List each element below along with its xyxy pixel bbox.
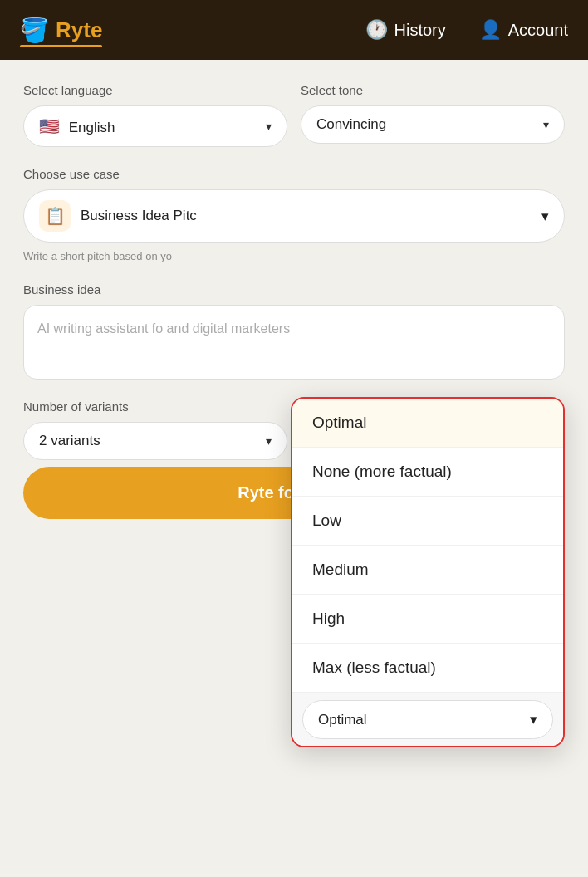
- tone-chevron-icon: ▾: [543, 118, 549, 131]
- business-idea-input[interactable]: AI writing assistant fo and digital mark…: [23, 305, 565, 380]
- tone-label: Select tone: [301, 83, 565, 97]
- use-case-icon: 📋: [39, 200, 71, 232]
- business-idea-placeholder: AI writing assistant fo and digital mark…: [37, 321, 290, 336]
- header-nav: 🕐 History 👤 Account: [365, 19, 569, 41]
- business-idea-section: Business idea AI writing assistant fo an…: [23, 282, 565, 380]
- account-icon: 👤: [479, 19, 502, 41]
- creativity-chevron-icon: ▾: [530, 711, 537, 728]
- variants-chevron-icon: ▾: [266, 434, 272, 448]
- dropdown-item-medium[interactable]: Medium: [292, 546, 563, 595]
- variants-group: 2 variants ▾: [23, 422, 287, 460]
- dropdown-item-low[interactable]: Low: [292, 497, 563, 546]
- language-value: English: [69, 120, 115, 135]
- use-case-section: Choose use case 📋 Business Idea Pitc ▾ W…: [23, 167, 565, 264]
- bottom-row-container: Number of variants 2 variants ▾ Optimal …: [23, 399, 565, 460]
- dropdown-item-optimal[interactable]: Optimal: [292, 399, 563, 448]
- creativity-select-bottom[interactable]: Optimal ▾: [302, 700, 553, 739]
- variants-creativity-row: 2 variants ▾ Optimal None (more factual)…: [23, 422, 565, 460]
- variants-value: 2 variants: [39, 433, 100, 449]
- creativity-dropdown: Optimal None (more factual) Low Medium H…: [291, 397, 565, 747]
- use-case-label: Choose use case: [23, 167, 565, 181]
- language-select[interactable]: 🇺🇸 English ▾: [23, 105, 287, 147]
- language-label: Select language: [23, 83, 287, 97]
- history-icon: 🕐: [365, 19, 388, 41]
- language-group: Select language 🇺🇸 English ▾: [23, 83, 287, 147]
- use-case-chevron-icon: ▾: [541, 208, 549, 225]
- creativity-group: Optimal None (more factual) Low Medium H…: [301, 422, 565, 460]
- use-case-value: Business Idea Pitc: [81, 208, 541, 224]
- tone-select[interactable]: Convincing ▾: [301, 105, 565, 144]
- nav-account[interactable]: 👤 Account: [479, 19, 568, 41]
- app-header: 🪣 Ryte 🕐 History 👤 Account: [0, 0, 588, 60]
- main-content: Select language 🇺🇸 English ▾ Select tone…: [0, 60, 588, 542]
- logo[interactable]: 🪣 Ryte: [20, 17, 102, 44]
- dropdown-item-none[interactable]: None (more factual): [292, 448, 563, 497]
- nav-history[interactable]: 🕐 History: [365, 19, 446, 41]
- nav-history-label: History: [394, 21, 446, 40]
- business-idea-label: Business idea: [23, 282, 565, 296]
- tone-group: Select tone Convincing ▾: [301, 83, 565, 147]
- tone-value: Convincing: [316, 116, 386, 133]
- variants-select[interactable]: 2 variants ▾: [23, 422, 287, 460]
- dropdown-item-high[interactable]: High: [292, 595, 563, 644]
- use-case-select[interactable]: 📋 Business Idea Pitc ▾: [23, 189, 565, 243]
- nav-account-label: Account: [508, 21, 568, 40]
- language-tone-row: Select language 🇺🇸 English ▾ Select tone…: [23, 83, 565, 147]
- dropdown-item-max[interactable]: Max (less factual): [292, 644, 563, 693]
- use-case-description: Write a short pitch based on yo: [23, 249, 565, 264]
- flag-icon: 🇺🇸: [39, 117, 60, 135]
- language-chevron-icon: ▾: [266, 120, 272, 133]
- creativity-value: Optimal: [318, 712, 367, 728]
- logo-icon: 🪣: [20, 17, 49, 44]
- logo-text: Ryte: [56, 17, 102, 43]
